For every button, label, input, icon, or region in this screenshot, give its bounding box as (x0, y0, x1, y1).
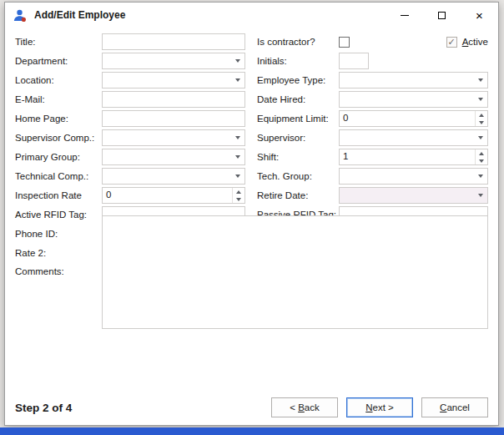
retire-date-label: Retire Date: (249, 190, 335, 200)
title-label: Title: (15, 37, 98, 47)
background-status-strip (0, 427, 504, 435)
dialog-footer: Step 2 of 4 < Back Next > Cancel (5, 397, 498, 425)
dropdown-arrow-icon (473, 130, 487, 145)
cancel-button[interactable]: Cancel (421, 397, 488, 417)
spin-down-button[interactable] (476, 119, 487, 126)
supervisor-label: Supervisor: (249, 133, 335, 143)
check-icon: ✓ (448, 37, 456, 48)
employee-form: Title: Is contractor? ✓ Active Departmen… (5, 28, 498, 281)
comments-field[interactable] (102, 215, 488, 329)
email-label: E-Mail: (15, 94, 98, 104)
maximize-icon (438, 12, 446, 19)
dropdown-arrow-icon (473, 73, 487, 88)
title-bar: Add/Edit Employee × (5, 3, 498, 28)
active-label: Active (462, 37, 488, 47)
add-edit-employee-dialog: Add/Edit Employee × Title: Is contractor… (4, 2, 499, 426)
back-button[interactable]: < Back (271, 397, 338, 417)
spin-up-icon (479, 114, 484, 117)
contractor-active-cell: ✓ Active (339, 37, 488, 48)
initials-field[interactable] (339, 53, 369, 69)
location-combo[interactable] (102, 72, 245, 89)
active-rfid-tag-label: Active RFID Tag: (15, 210, 98, 220)
window-controls: × (386, 3, 498, 28)
location-label: Location: (15, 75, 98, 85)
home-page-label: Home Page: (15, 114, 98, 124)
spin-up-button[interactable] (233, 188, 244, 195)
dropdown-arrow-icon (230, 53, 244, 68)
dropdown-arrow-icon (230, 73, 244, 88)
initials-cell (339, 53, 488, 69)
date-hired-combo[interactable] (339, 91, 488, 108)
spin-up-icon (479, 152, 484, 155)
minimize-button[interactable] (386, 3, 423, 28)
inspection-rate-spinner[interactable]: 0 (102, 187, 245, 204)
dropdown-arrow-icon (473, 188, 487, 203)
equipment-limit-label: Equipment Limit: (249, 114, 335, 124)
supervisor-combo[interactable] (339, 129, 488, 146)
window-title: Add/Edit Employee (34, 9, 125, 21)
step-indicator: Step 2 of 4 (15, 402, 72, 414)
spin-up-button[interactable] (476, 149, 487, 157)
shift-spinner[interactable]: 1 (339, 149, 488, 165)
dropdown-arrow-icon (473, 169, 487, 184)
supervisor-comp-label: Supervisor Comp.: (15, 133, 98, 143)
rate-2-label: Rate 2: (15, 248, 98, 258)
title-field[interactable] (102, 33, 245, 50)
minimize-icon (401, 15, 409, 16)
spin-down-icon (479, 159, 484, 163)
date-hired-label: Date Hired: (249, 94, 335, 104)
employee-person-icon (13, 8, 27, 23)
is-contractor-checkbox[interactable] (339, 37, 350, 48)
technical-comp-label: Technical Comp.: (15, 171, 98, 181)
tech-group-combo[interactable] (339, 168, 488, 185)
spin-down-icon (479, 121, 484, 124)
active-checkbox[interactable]: ✓ (446, 37, 457, 48)
spin-up-icon (236, 190, 241, 194)
comments-label: Comments: (15, 264, 98, 276)
primary-group-combo[interactable] (102, 149, 245, 165)
footer-buttons: < Back Next > Cancel (271, 397, 488, 417)
employee-type-combo[interactable] (339, 72, 488, 89)
supervisor-comp-combo[interactable] (102, 129, 245, 146)
dropdown-arrow-icon (230, 130, 244, 145)
spin-down-button[interactable] (476, 157, 487, 164)
phone-id-label: Phone ID: (15, 229, 98, 239)
close-button[interactable]: × (461, 3, 498, 28)
initials-label: Initials: (249, 56, 335, 66)
active-checkbox-group: ✓ Active (446, 37, 488, 48)
dropdown-arrow-icon (473, 92, 487, 107)
dropdown-arrow-icon (230, 169, 244, 184)
dropdown-arrow-icon (230, 149, 244, 164)
email-field[interactable] (102, 91, 245, 108)
department-combo[interactable] (102, 53, 245, 69)
equipment-limit-spinner[interactable]: 0 (339, 110, 488, 127)
technical-comp-combo[interactable] (102, 168, 245, 185)
tech-group-label: Tech. Group: (249, 171, 335, 181)
inspection-rate-label: Inspection Rate (15, 190, 98, 200)
primary-group-label: Primary Group: (15, 152, 98, 162)
home-page-field[interactable] (102, 110, 245, 127)
shift-label: Shift: (249, 152, 335, 162)
next-button[interactable]: Next > (346, 397, 413, 417)
department-label: Department: (15, 56, 98, 66)
is-contractor-label: Is contractor? (249, 37, 335, 47)
spin-down-icon (236, 198, 241, 201)
close-icon: × (476, 9, 483, 22)
employee-type-label: Employee Type: (249, 75, 335, 85)
maximize-button[interactable] (423, 3, 461, 28)
retire-date-combo[interactable] (339, 187, 488, 204)
spin-down-button[interactable] (233, 195, 244, 203)
spin-up-button[interactable] (476, 111, 487, 119)
